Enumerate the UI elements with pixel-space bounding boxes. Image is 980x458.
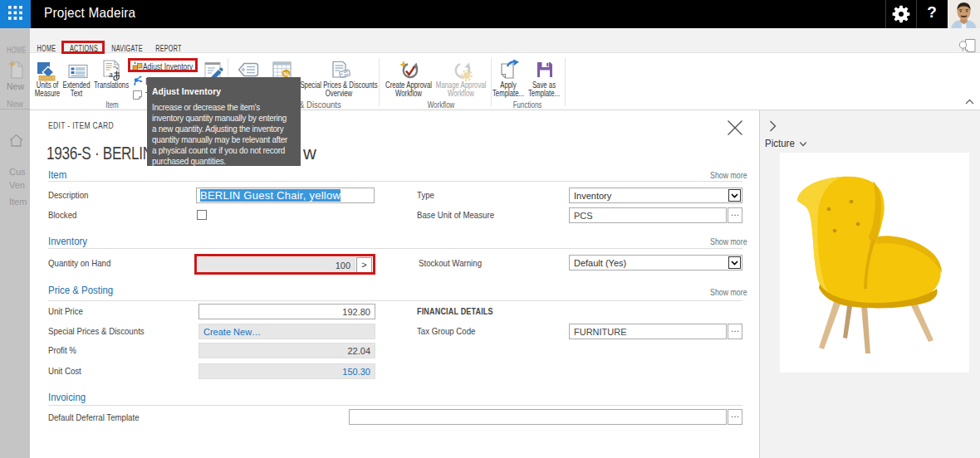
svg-text:a: a bbox=[109, 69, 113, 79]
